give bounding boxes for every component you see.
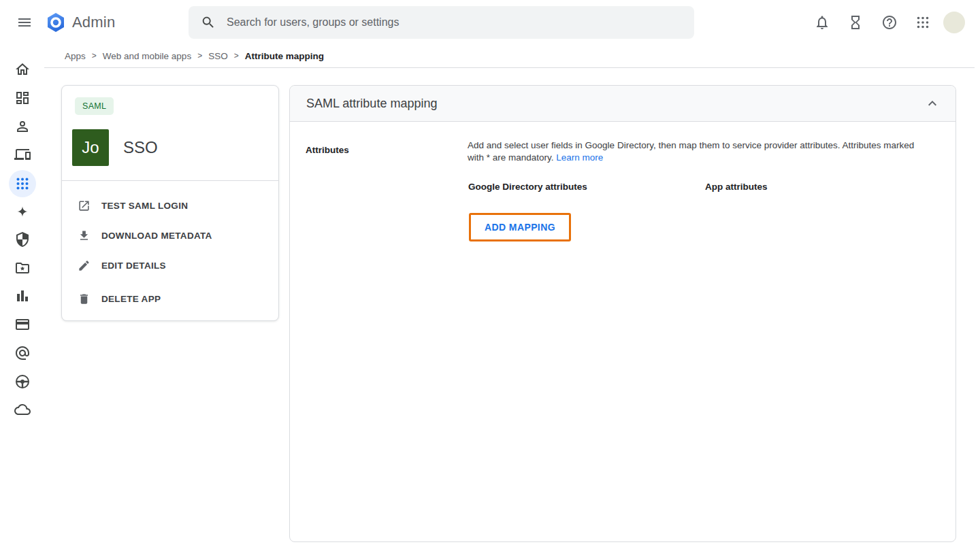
bell-icon[interactable] (808, 9, 836, 36)
account-at-icon (14, 345, 31, 361)
edit-details-button[interactable]: EDIT DETAILS (62, 250, 278, 280)
breadcrumb-current-page: Attribute mapping (245, 51, 324, 61)
gemini-sparkle-icon (14, 203, 31, 220)
product-name: Admin (72, 14, 115, 31)
search-input[interactable] (227, 16, 649, 29)
saml-app-card: SAML Jo SSO TEST SAML LOGIN DOWNLOAD MET… (61, 85, 279, 321)
breadcrumb-separator: > (92, 51, 97, 61)
download-metadata-button[interactable]: DOWNLOAD METADATA (62, 220, 278, 250)
sidebar-item-storage[interactable] (9, 396, 36, 423)
directory-person-icon (14, 118, 31, 135)
saml-attribute-mapping-panel: SAML attribute mapping Attributes Add an… (289, 85, 956, 542)
admin-logo[interactable]: Admin (45, 12, 115, 33)
delete-app-label: DELETE APP (101, 294, 161, 304)
attributes-description: Add and select user fields in Google Dir… (468, 139, 917, 164)
sidebar-item-rules[interactable] (9, 368, 36, 395)
rules-wheel-icon (14, 373, 31, 390)
hourglass-icon[interactable] (842, 9, 869, 36)
sidebar-item-security[interactable] (9, 226, 36, 253)
download-metadata-label: DOWNLOAD METADATA (101, 231, 212, 241)
edit-pencil-icon (78, 259, 91, 272)
breadcrumb-separator: > (197, 51, 202, 61)
apps-icon (14, 176, 31, 192)
app-avatar: Jo (72, 129, 109, 166)
sidebar-item-devices[interactable] (9, 141, 36, 168)
sidebar-item-home[interactable] (9, 56, 36, 83)
reporting-bar-chart-icon (14, 288, 31, 304)
left-nav-rail (0, 68, 44, 551)
admin-hexagon-icon (45, 12, 67, 33)
admin-console-page: Admin Apps > Web and mobil (0, 0, 980, 551)
collapse-section-button[interactable] (920, 91, 945, 116)
download-icon (78, 229, 91, 242)
edit-details-label: EDIT DETAILS (101, 261, 166, 271)
sidebar-item-directory[interactable] (9, 113, 36, 140)
attributes-description-text: Add and select user fields in Google Dir… (468, 140, 914, 163)
breadcrumb-separator: > (234, 51, 239, 61)
billing-card-icon (14, 316, 31, 333)
sidebar-item-data-folder[interactable] (9, 254, 36, 282)
folder-star-icon (14, 260, 31, 276)
devices-icon (14, 146, 31, 163)
breadcrumb-apps[interactable]: Apps (65, 51, 86, 61)
sidebar-item-apps[interactable] (9, 170, 36, 197)
header-divider (44, 67, 975, 68)
chevron-up-icon (924, 95, 941, 112)
learn-more-link[interactable]: Learn more (556, 152, 603, 163)
sidebar-item-reporting[interactable] (9, 282, 36, 310)
add-mapping-button[interactable]: ADD MAPPING (469, 213, 571, 241)
home-icon (14, 61, 31, 78)
delete-trash-icon (78, 293, 91, 305)
open-in-new-icon (78, 199, 91, 212)
hamburger-menu-icon[interactable] (11, 9, 38, 36)
security-shield-icon (14, 231, 31, 248)
storage-cloud-icon (14, 401, 31, 418)
dashboard-icon (14, 90, 31, 106)
search-icon (201, 15, 216, 30)
sidebar-item-gemini[interactable] (9, 198, 36, 225)
breadcrumb-web-and-mobile-apps[interactable]: Web and mobile apps (103, 51, 191, 61)
app-name: SSO (123, 138, 158, 157)
column-header-app-attributes: App attributes (705, 182, 768, 192)
sidebar-item-account[interactable] (9, 339, 36, 367)
panel-title: SAML attribute mapping (306, 97, 437, 111)
sidebar-item-billing[interactable] (9, 311, 36, 338)
user-avatar[interactable] (943, 12, 965, 33)
breadcrumb-sso[interactable]: SSO (208, 51, 228, 61)
test-saml-login-button[interactable]: TEST SAML LOGIN (62, 190, 278, 220)
saml-badge: SAML (75, 97, 114, 115)
apps-grid-icon[interactable] (909, 9, 936, 36)
column-header-google-directory-attributes: Google Directory attributes (468, 182, 587, 192)
top-app-bar: Admin (0, 0, 980, 44)
global-search-bar[interactable] (189, 6, 694, 39)
test-saml-login-label: TEST SAML LOGIN (101, 201, 188, 211)
card-divider (62, 180, 278, 181)
panel-header[interactable]: SAML attribute mapping (290, 86, 956, 122)
breadcrumb: Apps > Web and mobile apps > SSO > Attri… (65, 44, 324, 67)
sidebar-item-dashboard[interactable] (9, 84, 36, 112)
help-icon[interactable] (876, 9, 903, 36)
attributes-label: Attributes (306, 145, 349, 155)
delete-app-button[interactable]: DELETE APP (62, 284, 278, 314)
